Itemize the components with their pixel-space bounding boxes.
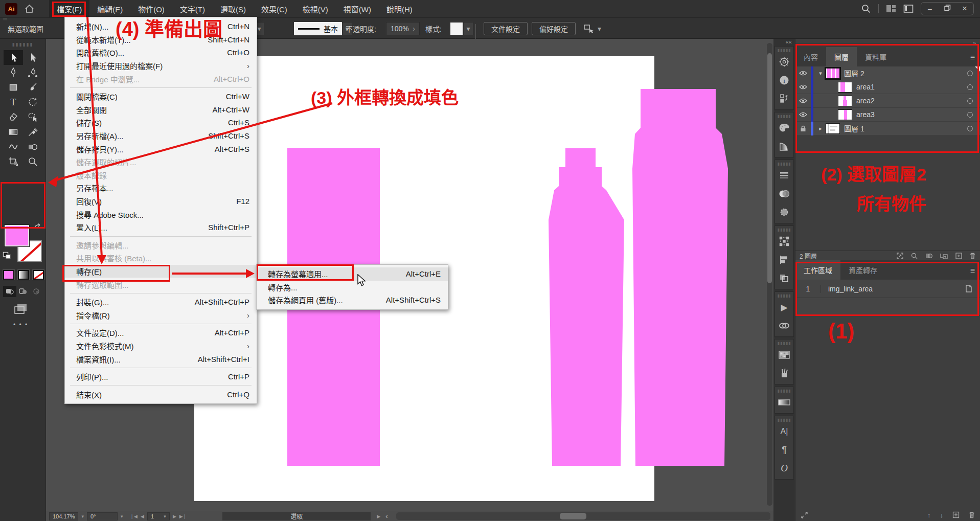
dock-grip[interactable]: ▮▮▮▮▮ <box>775 418 793 422</box>
close-button[interactable]: × <box>956 4 973 14</box>
draw-normal-button[interactable] <box>3 286 16 297</box>
menu-item-document-setup[interactable]: 文件設定(D)...Alt+Ctrl+P <box>65 326 257 339</box>
menu-item-document-color-mode[interactable]: 文件色彩模式(M)› <box>65 339 257 353</box>
arrange-documents-icon[interactable] <box>903 4 914 13</box>
expand-panel-icon[interactable] <box>801 511 808 519</box>
layer-row-area2[interactable]: area2 <box>795 94 980 108</box>
new-sublayer-icon[interactable] <box>940 252 948 260</box>
draw-inside-button[interactable] <box>30 286 43 297</box>
edit-toolbar-more-icon[interactable]: • • • <box>13 321 28 328</box>
menu-item-save-as[interactable]: 另存新檔(A)...Shift+Ctrl+S <box>65 129 257 143</box>
move-down-icon[interactable]: ↓ <box>940 511 944 519</box>
menu-item-exit[interactable]: 結束(X)Ctrl+Q <box>65 388 257 401</box>
dock-grip[interactable]: ▮▮▮▮▮ <box>775 228 793 232</box>
default-fill-stroke-icon[interactable] <box>3 252 12 260</box>
character-panel-icon[interactable]: A| <box>775 422 793 441</box>
selection-options-panel-icon[interactable] <box>775 203 793 221</box>
menu-view[interactable]: 檢視(V) <box>295 0 336 17</box>
history-panel-icon[interactable] <box>775 89 793 108</box>
dock-collapse-icon[interactable]: «« <box>773 39 795 46</box>
target-circle-icon[interactable] <box>967 98 973 104</box>
gradient-panel-icon[interactable] <box>775 393 793 412</box>
paragraph-panel-icon[interactable]: ¶ <box>775 441 793 459</box>
rectangle-tool[interactable] <box>4 80 23 95</box>
menu-item-save[interactable]: 儲存(S)Ctrl+S <box>65 116 257 129</box>
artboard-chevron-icon[interactable]: ▾ <box>164 514 166 519</box>
transparency-panel-icon[interactable] <box>775 185 793 203</box>
curvature-tool[interactable] <box>23 65 42 80</box>
minimize-button[interactable]: – <box>921 5 939 13</box>
workspace-switcher-icon[interactable] <box>886 4 896 13</box>
target-circle-icon[interactable] <box>967 112 973 118</box>
menu-help[interactable]: 說明(H) <box>379 0 420 17</box>
visibility-eye-icon[interactable] <box>795 71 811 76</box>
swatches-panel-icon[interactable] <box>775 346 793 364</box>
color-panel-icon[interactable] <box>775 119 793 137</box>
select-similar-chevron-icon[interactable]: ▾ <box>598 25 601 33</box>
menu-item-place[interactable]: 置入(L)...Shift+Ctrl+P <box>65 221 257 234</box>
delete-artboard-icon[interactable] <box>969 511 975 518</box>
delete-layer-icon[interactable] <box>969 252 976 260</box>
type-tool[interactable]: T <box>4 95 23 109</box>
menu-item-open-recent[interactable]: 打開最近使用過的檔案(F)› <box>65 59 257 73</box>
menu-window[interactable]: 視窗(W) <box>336 0 379 17</box>
brushes-panel-icon[interactable] <box>775 364 793 382</box>
links-panel-icon[interactable] <box>775 316 793 335</box>
object-name[interactable]: area3 <box>856 110 875 119</box>
target-circle-icon[interactable] <box>967 126 973 131</box>
visibility-eye-icon[interactable] <box>795 112 811 117</box>
panel-collapse-icon[interactable]: » <box>973 40 976 46</box>
target-circle-icon[interactable] <box>967 84 973 90</box>
rotation-chevron-icon[interactable]: ▾ <box>121 514 123 519</box>
eyedropper-tool[interactable] <box>23 124 42 139</box>
control-bar-grip[interactable]: ⁞⁞ <box>2 18 7 39</box>
horizontal-scrollbar[interactable] <box>396 512 770 520</box>
document-setup-button[interactable]: 文件設定 <box>484 22 528 35</box>
target-circle-icon[interactable] <box>967 71 973 76</box>
object-thumbnail[interactable] <box>838 82 852 93</box>
home-icon[interactable] <box>25 4 34 13</box>
artboard-page-icon[interactable] <box>965 284 973 293</box>
dock-grip[interactable]: ▮▮▮▮▮ <box>775 293 793 298</box>
menu-effect[interactable]: 效果(C) <box>254 0 295 17</box>
pen-tool[interactable] <box>4 65 23 80</box>
new-layer-icon[interactable] <box>955 252 963 260</box>
layer-thumbnail[interactable] <box>826 123 840 134</box>
opentype-panel-icon[interactable]: O <box>775 459 793 478</box>
opacity-expand-icon[interactable]: › <box>413 25 415 33</box>
illustrator-app-icon[interactable]: Ai <box>5 3 17 15</box>
paintbrush-tool[interactable] <box>23 80 42 95</box>
eraser-tool[interactable] <box>4 109 23 124</box>
dock-grip[interactable]: ▮▮▮▮▮ <box>775 389 793 393</box>
last-artboard-icon[interactable]: ▶❘ <box>179 514 187 519</box>
menu-item-close-all[interactable]: 全部關閉Alt+Ctrl+W <box>65 103 257 117</box>
expand-chevron-icon[interactable]: ▾ <box>815 70 826 77</box>
dock-grip[interactable]: ▮▮▮▮▮ <box>775 114 793 119</box>
screen-mode-icon[interactable] <box>13 303 29 315</box>
menu-item-scripts[interactable]: 指令檔(R)› <box>65 308 257 322</box>
move-up-icon[interactable]: ↑ <box>927 511 931 519</box>
layer-thumbnail[interactable] <box>826 68 840 79</box>
artboards-panel-menu-icon[interactable]: ≡ <box>970 266 975 276</box>
zoom-chevron-icon[interactable]: ▾ <box>81 514 84 519</box>
style-chevron-icon[interactable]: ▾ <box>463 22 473 35</box>
swap-fill-stroke-icon[interactable] <box>33 223 43 231</box>
shape-builder-tool[interactable] <box>23 139 42 154</box>
menu-item-package[interactable]: 封裝(G)...Alt+Shift+Ctrl+P <box>65 296 257 309</box>
restore-button[interactable] <box>939 5 956 13</box>
menu-item-save-a-copy[interactable]: 儲存拷貝(Y)...Alt+Ctrl+S <box>65 142 257 155</box>
object-name[interactable]: area1 <box>856 83 875 91</box>
menu-item-export[interactable]: 轉存(E)› <box>65 265 257 278</box>
width-tool[interactable] <box>4 139 23 154</box>
search-layers-icon[interactable] <box>910 252 918 260</box>
select-similar-icon[interactable] <box>583 23 595 34</box>
selection-tool[interactable] <box>4 50 23 65</box>
tab-artboards[interactable]: 工作區域 <box>795 260 840 280</box>
vertical-scrollbar-thumb[interactable] <box>767 53 772 283</box>
draw-behind-button[interactable] <box>16 286 30 297</box>
layer-name[interactable]: 圖層 2 <box>844 68 864 78</box>
visibility-eye-icon[interactable] <box>795 84 811 89</box>
vertical-scrollbar[interactable] <box>767 43 772 506</box>
object-thumbnail[interactable] <box>838 96 852 106</box>
zoom-tool[interactable] <box>23 154 42 169</box>
